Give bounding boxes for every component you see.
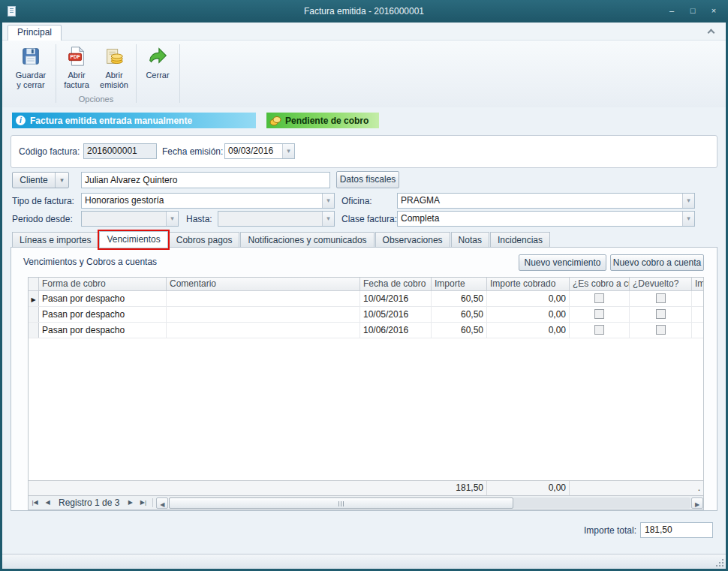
- cliente-name-input[interactable]: Julian Alvarez Quintero: [81, 172, 330, 188]
- status-banner-cobro: Pendiente de cobro: [266, 113, 379, 128]
- resize-grip[interactable]: [715, 558, 723, 566]
- ribbon-separator: [136, 44, 137, 103]
- cell-comentario[interactable]: [167, 291, 360, 306]
- column-header-fecha-de-cobro[interactable]: Fecha de cobro▲: [360, 278, 432, 290]
- tab-vencimientos[interactable]: Vencimientos: [99, 231, 167, 248]
- chevron-down-icon[interactable]: ▾: [682, 194, 694, 208]
- cliente-button-label[interactable]: Cliente: [13, 173, 55, 188]
- vencimientos-panel: Vencimientos y Cobros a cuentas Nuevo ve…: [11, 247, 717, 511]
- cell-forma-de-cobro[interactable]: Pasan por despacho: [39, 291, 167, 306]
- cell-importe-cobrado[interactable]: 0,00: [487, 323, 570, 338]
- nuevo-cobro-a-cuenta-button[interactable]: Nuevo cobro a cuenta: [610, 254, 704, 271]
- maximize-button[interactable]: □: [684, 5, 701, 17]
- grid-empty-area: [29, 338, 703, 480]
- tab-observaciones[interactable]: Observaciones: [375, 232, 450, 248]
- column-header-indicator: [29, 278, 39, 290]
- cell-comentario[interactable]: [167, 307, 360, 322]
- ribbon-tab-principal[interactable]: Principal: [8, 25, 62, 41]
- horizontal-scrollbar[interactable]: ◀ ▶: [156, 496, 703, 509]
- titlebar[interactable]: Factura emitida - 2016000001 – □ ×: [0, 0, 728, 23]
- record-counter: Registro 1 de 3: [54, 497, 124, 508]
- emission-coins-icon: [103, 45, 125, 69]
- info-icon: i: [16, 116, 26, 125]
- scrollbar-track[interactable]: [169, 497, 690, 509]
- scroll-right-button[interactable]: ▶: [691, 497, 703, 509]
- window: Factura emitida - 2016000001 – □ × Princ…: [0, 0, 728, 571]
- current-row-marker-icon: ▶: [31, 296, 35, 303]
- abrir-emision-label: Abrir emisión: [100, 71, 128, 90]
- status-banner-cobro-text: Pendiente de cobro: [285, 116, 369, 126]
- collapse-ribbon-button[interactable]: [703, 27, 718, 38]
- cell-importe[interactable]: 60,50: [432, 307, 487, 322]
- table-row[interactable]: ▶ Pasan por despacho 10/04/2016 60,50 0,…: [29, 291, 703, 307]
- column-header-forma-de-cobro[interactable]: Forma de cobro: [39, 278, 167, 290]
- summary-spacer: [167, 481, 360, 495]
- cell-importe-cobrado[interactable]: 0,00: [487, 307, 570, 322]
- abrir-emision-button[interactable]: Abrir emisión: [95, 43, 133, 101]
- status-banner-factura: i Factura emitida entrada manualmente: [12, 113, 256, 128]
- table-row[interactable]: Pasan por despacho 10/06/2016 60,50 0,00: [29, 323, 703, 338]
- chevron-down-icon[interactable]: ▾: [282, 144, 294, 158]
- chevron-down-icon[interactable]: ▾: [322, 194, 334, 208]
- chevron-down-icon[interactable]: ▾: [166, 212, 178, 226]
- column-header-imp[interactable]: Imp: [692, 278, 703, 290]
- tab-notas[interactable]: Notas: [451, 232, 489, 248]
- clase-factura-select[interactable]: Completa ▾: [397, 211, 695, 227]
- tab-lineas-e-importes[interactable]: Líneas e importes: [12, 232, 98, 248]
- cell-importe[interactable]: 60,50: [432, 291, 487, 306]
- cell-imp[interactable]: [692, 323, 703, 338]
- nav-next-button[interactable]: ▶: [124, 496, 137, 509]
- codigo-factura-input[interactable]: 2016000001: [83, 143, 157, 159]
- tab-incidencias[interactable]: Incidencias: [490, 232, 550, 248]
- column-header-es-cobro-a-cuenta[interactable]: ¿Es cobro a cu...: [570, 278, 630, 290]
- nav-first-button[interactable]: |◀: [29, 496, 41, 509]
- close-button[interactable]: ×: [705, 5, 722, 17]
- datos-fiscales-button[interactable]: Datos fiscales: [336, 171, 399, 188]
- scrollbar-thumb[interactable]: [169, 497, 513, 509]
- table-row[interactable]: Pasan por despacho 10/05/2016 60,50 0,00: [29, 307, 703, 323]
- column-header-devuelto[interactable]: ¿Devuelto?: [630, 278, 692, 290]
- cell-forma-de-cobro[interactable]: Pasan por despacho: [39, 323, 167, 338]
- tab-notificaciones-y-comunicados[interactable]: Notificaciones y comunicados: [240, 232, 374, 248]
- checkbox-devuelto: [656, 309, 666, 319]
- pdf-icon: PDF: [65, 45, 88, 69]
- scroll-left-button[interactable]: ◀: [156, 497, 168, 509]
- guardar-y-cerrar-button[interactable]: Guardar y cerrar: [9, 43, 53, 101]
- hasta-select[interactable]: ▾: [218, 211, 335, 227]
- cell-imp[interactable]: [692, 307, 703, 322]
- cell-importe-cobrado[interactable]: 0,00: [487, 291, 570, 306]
- periodo-desde-select[interactable]: ▾: [81, 211, 179, 227]
- column-header-importe[interactable]: Importe: [432, 278, 487, 290]
- nav-prev-button[interactable]: ◀: [41, 496, 54, 509]
- summary-spacer: [360, 481, 432, 495]
- cell-imp[interactable]: [692, 291, 703, 306]
- cell-fecha-de-cobro[interactable]: 10/06/2016: [360, 323, 432, 338]
- chevron-down-icon[interactable]: ▾: [55, 173, 68, 188]
- close-arrow-icon: [146, 45, 169, 69]
- checkbox-es-cobro: [594, 309, 604, 319]
- tipo-factura-select[interactable]: Honorarios gestoría ▾: [81, 193, 335, 209]
- tab-cobros-pagos[interactable]: Cobros pagos: [169, 232, 240, 248]
- cliente-button[interactable]: Cliente ▾: [12, 172, 69, 188]
- cell-comentario[interactable]: [167, 323, 360, 338]
- cell-importe[interactable]: 60,50: [432, 323, 487, 338]
- cell-fecha-de-cobro[interactable]: 10/05/2016: [360, 307, 432, 322]
- cell-forma-de-cobro[interactable]: Pasan por despacho: [39, 307, 167, 322]
- minimize-button[interactable]: –: [663, 5, 680, 17]
- nuevo-vencimiento-button[interactable]: Nuevo vencimiento: [519, 254, 606, 271]
- cerrar-button[interactable]: Cerrar: [140, 43, 175, 101]
- column-header-importe-cobrado[interactable]: Importe cobrado: [487, 278, 570, 290]
- oficina-select[interactable]: PRAGMA ▾: [397, 193, 695, 209]
- column-header-comentario[interactable]: Comentario: [167, 278, 360, 290]
- summary-imp-partial: .: [692, 481, 703, 495]
- importe-total-input[interactable]: 181,50: [640, 522, 713, 538]
- guardar-y-cerrar-label: Guardar y cerrar: [16, 71, 46, 90]
- periodo-desde-value: [82, 212, 166, 226]
- fecha-emision-input[interactable]: 09/03/2016 ▾: [224, 143, 295, 159]
- chevron-down-icon[interactable]: ▾: [322, 212, 334, 226]
- abrir-factura-button[interactable]: PDF Abrir factura: [59, 43, 94, 101]
- chevron-down-icon[interactable]: ▾: [682, 212, 694, 226]
- nav-last-button[interactable]: ▶|: [137, 496, 149, 509]
- cell-es-cobro-a-cuenta: [570, 291, 630, 306]
- cell-fecha-de-cobro[interactable]: 10/04/2016: [360, 291, 432, 306]
